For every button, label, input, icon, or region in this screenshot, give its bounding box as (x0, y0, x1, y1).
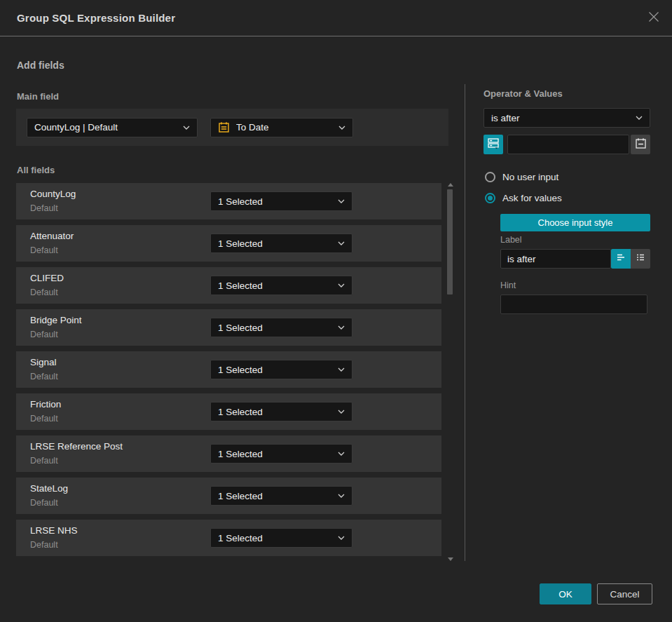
field-values-select-value: 1 Selected (218, 196, 332, 207)
field-name: Friction (30, 399, 61, 410)
field-subtitle: Default (30, 245, 58, 255)
operator-values-label: Operator & Values (484, 88, 563, 99)
radio-no-user-input[interactable]: No user input (485, 172, 558, 182)
choose-input-style-button[interactable]: Choose input style (500, 214, 650, 231)
chevron-down-icon (338, 325, 345, 330)
radio-ask-for-values[interactable]: Ask for values (485, 193, 562, 203)
hint-field-label: Hint (500, 280, 516, 290)
main-field-select[interactable]: CountyLog | Default (27, 118, 198, 137)
close-icon (647, 11, 660, 26)
field-name: StateLog (30, 483, 68, 494)
field-subtitle: Default (30, 288, 58, 297)
field-values-select[interactable]: 1 Selected (210, 528, 352, 548)
bullet-list-icon (635, 252, 646, 266)
field-name: CLIFED (30, 273, 64, 283)
field-values-select-value: 1 Selected (218, 365, 332, 375)
date-value-input[interactable] (507, 135, 629, 154)
main-field-panel: CountyLog | Default To Date (16, 109, 448, 146)
field-values-select-value: 1 Selected (218, 449, 332, 459)
add-fields-heading: Add fields (17, 60, 64, 71)
chevron-down-icon (338, 452, 345, 456)
field-subtitle: Default (30, 203, 58, 213)
field-subtitle: Default (30, 540, 58, 550)
align-left-icon (615, 252, 626, 266)
field-row: Attenuator Default 1 Selected (16, 225, 441, 262)
calendar-icon (218, 121, 230, 133)
field-values-select[interactable]: 1 Selected (210, 276, 352, 295)
scrollbar[interactable] (446, 181, 455, 563)
field-row: CLIFED Default 1 Selected (16, 267, 441, 304)
scrollbar-thumb[interactable] (447, 189, 453, 295)
cancel-button[interactable]: Cancel (597, 583, 652, 604)
field-values-select-value: 1 Selected (218, 491, 332, 501)
main-field-select-value: CountyLog | Default (34, 122, 177, 133)
field-values-select-value: 1 Selected (218, 238, 332, 249)
hint-input[interactable] (500, 295, 647, 314)
dialog-header: Group SQL Expression Builder (0, 0, 672, 36)
field-name: Attenuator (30, 231, 74, 241)
chevron-down-icon (338, 410, 345, 414)
field-values-select[interactable]: 1 Selected (210, 234, 352, 253)
field-row: LRSE Reference Post Default 1 Selected (16, 435, 441, 472)
chevron-down-icon (636, 116, 643, 120)
field-values-select-value: 1 Selected (218, 280, 332, 291)
label-input[interactable] (500, 249, 611, 269)
calendar-icon (635, 137, 647, 152)
ok-button[interactable]: OK (540, 583, 591, 604)
main-field-label: Main field (17, 91, 59, 102)
field-values-select[interactable]: 1 Selected (210, 486, 352, 506)
all-fields-list: CountyLog Default 1 Selected Attenuator … (16, 183, 441, 562)
dialog-title: Group SQL Expression Builder (17, 12, 175, 24)
field-row: Signal Default 1 Selected (16, 351, 441, 388)
close-button[interactable] (647, 11, 661, 25)
field-subtitle: Default (30, 456, 58, 466)
chevron-down-icon (338, 241, 345, 245)
single-line-style-button[interactable] (611, 249, 631, 269)
field-row: Bridge Point Default 1 Selected (16, 309, 441, 346)
field-values-select[interactable]: 1 Selected (210, 360, 352, 379)
field-name: Bridge Point (30, 315, 82, 325)
field-values-select-value: 1 Selected (218, 323, 332, 333)
field-values-select[interactable]: 1 Selected (210, 191, 352, 211)
field-row: CountyLog Default 1 Selected (16, 183, 441, 219)
chevron-down-icon (183, 126, 190, 130)
scroll-down-icon[interactable] (448, 557, 453, 561)
field-name: CountyLog (30, 189, 76, 199)
chevron-down-icon (338, 367, 345, 372)
chevron-down-icon (338, 126, 345, 130)
radio-circle-icon (485, 172, 495, 182)
field-subtitle: Default (30, 498, 58, 508)
chevron-down-icon (338, 283, 345, 288)
field-subtitle: Default (30, 330, 58, 339)
list-style-button[interactable] (631, 249, 650, 269)
field-name: Signal (30, 357, 57, 367)
radio-circle-icon (485, 193, 495, 203)
all-fields-label: All fields (17, 165, 55, 175)
chevron-down-icon (338, 494, 345, 498)
date-picker-button[interactable] (631, 135, 650, 154)
chevron-down-icon (338, 199, 345, 203)
vertical-divider (465, 84, 465, 561)
scroll-up-icon[interactable] (448, 183, 453, 187)
date-field-select[interactable]: To Date (210, 118, 353, 137)
stacked-input-type-icon (487, 137, 500, 152)
field-row: LRSE NHS Default 1 Selected (16, 520, 441, 556)
input-type-button[interactable] (484, 135, 503, 154)
field-name: LRSE Reference Post (30, 441, 123, 452)
field-values-select[interactable]: 1 Selected (210, 402, 352, 421)
field-values-select-value: 1 Selected (218, 407, 332, 417)
operator-select-value: is after (491, 113, 630, 123)
chevron-down-icon (338, 536, 345, 540)
field-values-select-value: 1 Selected (218, 533, 332, 543)
field-subtitle: Default (30, 414, 58, 424)
field-row: StateLog Default 1 Selected (16, 478, 441, 514)
field-values-select[interactable]: 1 Selected (210, 318, 352, 337)
label-field-label: Label (500, 235, 522, 245)
field-values-select[interactable]: 1 Selected (210, 444, 352, 464)
field-subtitle: Default (30, 372, 58, 381)
radio-no-user-input-label: No user input (502, 172, 558, 182)
date-field-select-value: To Date (236, 122, 333, 133)
operator-select[interactable]: is after (484, 108, 650, 128)
field-name: LRSE NHS (30, 525, 78, 536)
field-row: Friction Default 1 Selected (16, 393, 441, 430)
